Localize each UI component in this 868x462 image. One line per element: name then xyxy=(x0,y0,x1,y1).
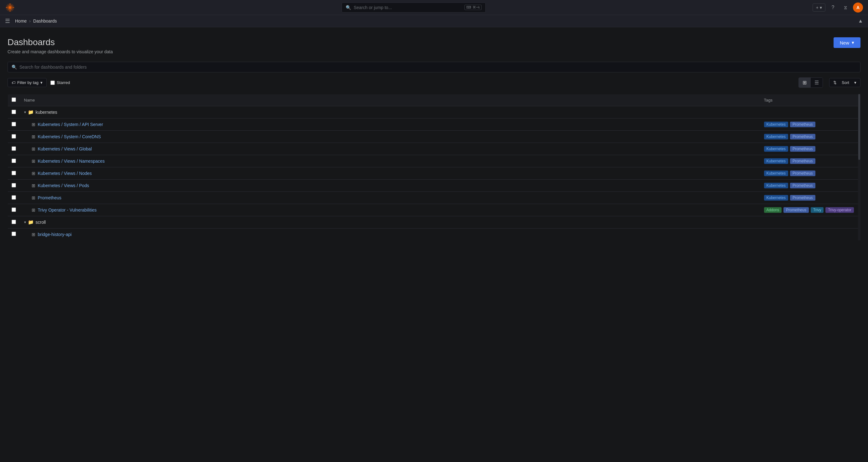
dashboard-search-container[interactable]: 🔍 xyxy=(7,62,861,73)
item-tags-cell: KubernetesPrometheus xyxy=(760,143,861,155)
item-tags-cell: KubernetesPrometheus xyxy=(760,155,861,167)
scrollbar-track[interactable] xyxy=(858,94,861,240)
folder-checkbox[interactable] xyxy=(11,110,16,114)
tag-kubernetes[interactable]: Kubernetes xyxy=(764,146,788,152)
topnav-actions: + ▾ ? ⧖ A xyxy=(813,2,863,12)
grid-view-button[interactable]: ⊞ xyxy=(799,78,811,87)
item-checkbox[interactable] xyxy=(11,207,16,212)
tag-prometheus[interactable]: Prometheus xyxy=(790,183,815,189)
folder-collapse-chevron[interactable]: ▾ xyxy=(24,220,26,224)
starred-filter[interactable]: Starred xyxy=(51,80,70,85)
tag-prometheus[interactable]: Prometheus xyxy=(790,158,815,164)
tags-column-header: Tags xyxy=(760,94,861,106)
dashboard-item-name[interactable]: Kubernetes / Views / Namespaces xyxy=(38,158,105,164)
folder-checkbox-cell xyxy=(8,106,20,118)
tag-prometheus[interactable]: Prometheus xyxy=(790,171,815,176)
search-icon: 🔍 xyxy=(346,5,351,10)
menu-icon[interactable]: ☰ xyxy=(5,18,10,24)
search-shortcut: ⌨ ⌘+k xyxy=(464,5,482,10)
tags-container: KubernetesPrometheus xyxy=(764,134,857,140)
collapse-icon[interactable]: ▲ xyxy=(858,18,863,24)
item-checkbox[interactable] xyxy=(11,134,16,139)
item-checkbox[interactable] xyxy=(11,171,16,175)
tag-addons[interactable]: Addons xyxy=(764,207,782,213)
filter-tag-chevron-icon: ▾ xyxy=(40,80,42,85)
dashboard-item-name[interactable]: Kubernetes / System / API Server xyxy=(38,122,103,127)
shortcut-icon: ⌨ xyxy=(466,5,471,9)
sort-button[interactable]: ⇅ Sort ▾ xyxy=(829,78,861,87)
filter-by-tag-button[interactable]: 🏷 Filter by tag ▾ xyxy=(7,78,46,87)
app-logo[interactable] xyxy=(5,2,15,12)
new-dashboard-button[interactable]: New ▾ xyxy=(834,37,861,48)
topnav-new-button[interactable]: + ▾ xyxy=(813,3,826,11)
tag-prometheus[interactable]: Prometheus xyxy=(790,134,815,140)
item-checkbox[interactable] xyxy=(11,158,16,163)
item-checkbox-cell xyxy=(8,143,20,155)
item-checkbox[interactable] xyxy=(11,232,16,236)
tag-prometheus[interactable]: Prometheus xyxy=(790,146,815,152)
dashboard-grid-icon: ⊞ xyxy=(32,134,35,139)
global-search-bar[interactable]: 🔍 Search or jump to... ⌨ ⌘+k xyxy=(342,2,486,12)
tag-prometheus[interactable]: Prometheus xyxy=(783,207,809,213)
name-column-header: Name xyxy=(20,94,760,106)
dashboard-item-name[interactable]: Kubernetes / System / CoreDNS xyxy=(38,134,101,139)
folder-checkbox[interactable] xyxy=(11,220,16,224)
item-checkbox[interactable] xyxy=(11,183,16,187)
item-name-cell: ⊞ Kubernetes / Views / Pods xyxy=(20,180,760,192)
item-checkbox-cell xyxy=(8,118,20,131)
item-tags-cell: AddonsPrometheusTrivyTrivy-operator xyxy=(760,204,861,216)
tag-prometheus[interactable]: Prometheus xyxy=(790,122,815,127)
starred-checkbox-input[interactable] xyxy=(51,81,55,85)
folder-name: scroll xyxy=(36,220,46,225)
table-row: ⊞ Kubernetes / Views / Namespaces Kubern… xyxy=(8,155,861,167)
tags-container: KubernetesPrometheus xyxy=(764,122,857,127)
tag-kubernetes[interactable]: Kubernetes xyxy=(764,134,788,140)
breadcrumb-home[interactable]: Home xyxy=(15,19,27,24)
dashboard-item-name[interactable]: Kubernetes / Views / Global xyxy=(38,146,92,151)
tag-trivy[interactable]: Trivy xyxy=(811,207,824,213)
scrollbar-thumb[interactable] xyxy=(858,94,860,160)
item-checkbox-cell xyxy=(8,229,20,240)
help-button[interactable]: ? xyxy=(828,2,838,12)
item-name-cell: ⊞ Kubernetes / System / CoreDNS xyxy=(20,131,760,143)
tag-kubernetes[interactable]: Kubernetes xyxy=(764,195,788,201)
table-row: ⊞ Kubernetes / Views / Global Kubernetes… xyxy=(8,143,861,155)
tag-trivy-operator[interactable]: Trivy-operator xyxy=(826,207,854,213)
item-checkbox[interactable] xyxy=(11,122,16,126)
folder-icon: 📁 xyxy=(28,220,34,225)
select-all-checkbox[interactable] xyxy=(11,97,16,102)
dashboard-item-name[interactable]: Kubernetes / Views / Pods xyxy=(38,183,89,188)
dashboard-item-name[interactable]: Kubernetes / Views / Nodes xyxy=(38,171,92,176)
list-view-icon: ☰ xyxy=(814,80,819,85)
dashboard-grid-icon: ⊞ xyxy=(32,232,35,237)
list-view-button[interactable]: ☰ xyxy=(811,78,823,87)
tags-container: KubernetesPrometheus xyxy=(764,146,857,152)
item-tags-cell: KubernetesPrometheus xyxy=(760,167,861,180)
new-button-label: New xyxy=(840,40,849,46)
sort-label: Sort xyxy=(842,80,849,85)
item-checkbox-cell xyxy=(8,167,20,180)
folder-collapse-chevron[interactable]: ▾ xyxy=(24,110,26,114)
plus-icon: + xyxy=(816,5,818,10)
item-checkbox[interactable] xyxy=(11,195,16,200)
page-title: Dashboards xyxy=(7,37,113,47)
breadcrumb-current: Dashboards xyxy=(33,19,57,24)
item-tags-cell: KubernetesPrometheus xyxy=(760,192,861,204)
dashboard-item-name[interactable]: bridge-history-api xyxy=(38,232,72,237)
notifications-button[interactable]: ⧖ xyxy=(840,2,850,12)
item-name-cell: ⊞ Kubernetes / Views / Namespaces xyxy=(20,155,760,167)
view-toggle: ⊞ ☰ xyxy=(799,78,823,88)
user-avatar[interactable]: A xyxy=(853,2,863,12)
table-row: ⊞ Kubernetes / Views / Nodes KubernetesP… xyxy=(8,167,861,180)
item-checkbox[interactable] xyxy=(11,146,16,151)
dashboard-item-name[interactable]: Trivy Operator - Vulnerabilities xyxy=(38,207,97,212)
tag-prometheus[interactable]: Prometheus xyxy=(790,195,815,201)
item-name-cell: ⊞ Kubernetes / Views / Nodes xyxy=(20,167,760,180)
tag-kubernetes[interactable]: Kubernetes xyxy=(764,171,788,176)
tag-kubernetes[interactable]: Kubernetes xyxy=(764,122,788,127)
tag-kubernetes[interactable]: Kubernetes xyxy=(764,183,788,189)
tag-kubernetes[interactable]: Kubernetes xyxy=(764,158,788,164)
table-row: ⊞ bridge-history-api xyxy=(8,229,861,240)
dashboard-search-input[interactable] xyxy=(20,64,857,69)
dashboard-item-name[interactable]: Prometheus xyxy=(38,195,61,200)
